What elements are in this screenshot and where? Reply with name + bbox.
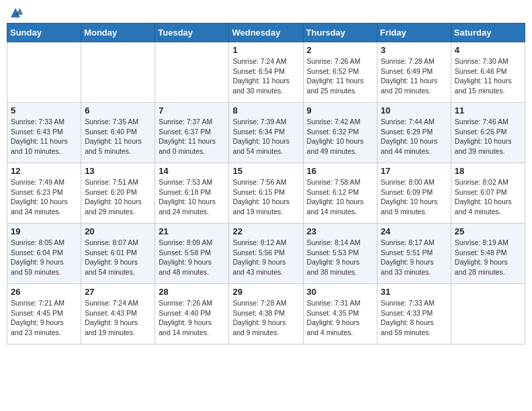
weekday-header-monday: Monday	[81, 24, 155, 42]
day-info: Sunrise: 7:49 AM Sunset: 6:23 PM Dayligh…	[11, 177, 77, 217]
calendar-cell: 25Sunrise: 8:19 AM Sunset: 5:48 PM Dayli…	[451, 224, 525, 284]
calendar-cell: 10Sunrise: 7:44 AM Sunset: 6:29 PM Dayli…	[377, 103, 451, 163]
day-info: Sunrise: 7:39 AM Sunset: 6:34 PM Dayligh…	[232, 117, 299, 156]
day-number: 23	[307, 226, 373, 236]
day-number: 17	[381, 166, 447, 176]
day-number: 6	[85, 105, 151, 116]
day-info: Sunrise: 8:00 AM Sunset: 6:09 PM Dayligh…	[381, 177, 447, 217]
calendar-cell: 1Sunrise: 7:24 AM Sunset: 6:54 PM Daylig…	[229, 42, 303, 103]
calendar-cell: 3Sunrise: 7:28 AM Sunset: 6:49 PM Daylig…	[377, 42, 451, 103]
day-info: Sunrise: 7:58 AM Sunset: 6:12 PM Dayligh…	[307, 177, 373, 217]
day-number: 21	[159, 226, 225, 236]
calendar-cell: 15Sunrise: 7:56 AM Sunset: 6:15 PM Dayli…	[229, 163, 303, 224]
calendar-week-4: 26Sunrise: 7:21 AM Sunset: 4:45 PM Dayli…	[7, 284, 525, 345]
weekday-header-wednesday: Wednesday	[229, 24, 303, 42]
day-info: Sunrise: 7:33 AM Sunset: 6:43 PM Dayligh…	[11, 117, 77, 156]
calendar-cell: 16Sunrise: 7:58 AM Sunset: 6:12 PM Dayli…	[303, 163, 377, 224]
calendar-cell: 13Sunrise: 7:51 AM Sunset: 6:20 PM Dayli…	[81, 163, 155, 224]
calendar-cell	[451, 284, 525, 345]
day-number: 29	[232, 287, 299, 297]
calendar-cell	[155, 42, 229, 103]
day-number: 8	[232, 105, 299, 116]
calendar-cell: 28Sunrise: 7:26 AM Sunset: 4:40 PM Dayli…	[155, 284, 229, 345]
weekday-header-saturday: Saturday	[451, 24, 525, 42]
day-info: Sunrise: 7:44 AM Sunset: 6:29 PM Dayligh…	[381, 117, 447, 156]
day-info: Sunrise: 8:07 AM Sunset: 6:01 PM Dayligh…	[85, 238, 151, 277]
day-number: 27	[85, 287, 151, 297]
day-info: Sunrise: 7:21 AM Sunset: 4:45 PM Dayligh…	[11, 298, 77, 338]
day-info: Sunrise: 7:26 AM Sunset: 6:52 PM Dayligh…	[307, 56, 373, 96]
calendar-cell: 23Sunrise: 8:14 AM Sunset: 5:53 PM Dayli…	[303, 224, 377, 284]
weekday-header-tuesday: Tuesday	[155, 24, 229, 42]
page-header	[7, 7, 525, 17]
day-info: Sunrise: 8:12 AM Sunset: 5:56 PM Dayligh…	[232, 238, 299, 277]
day-number: 31	[381, 287, 447, 297]
day-info: Sunrise: 8:09 AM Sunset: 5:58 PM Dayligh…	[159, 238, 225, 277]
calendar-cell: 18Sunrise: 8:02 AM Sunset: 6:07 PM Dayli…	[451, 163, 525, 224]
calendar-cell: 11Sunrise: 7:46 AM Sunset: 6:26 PM Dayli…	[451, 103, 525, 163]
day-number: 5	[11, 105, 77, 116]
day-info: Sunrise: 8:02 AM Sunset: 6:07 PM Dayligh…	[455, 177, 521, 217]
calendar-cell: 2Sunrise: 7:26 AM Sunset: 6:52 PM Daylig…	[303, 42, 377, 103]
weekday-header-friday: Friday	[377, 24, 451, 42]
calendar-week-0: 1Sunrise: 7:24 AM Sunset: 6:54 PM Daylig…	[7, 42, 525, 103]
calendar-week-3: 19Sunrise: 8:05 AM Sunset: 6:04 PM Dayli…	[7, 224, 525, 284]
day-number: 20	[85, 226, 151, 236]
calendar-cell: 20Sunrise: 8:07 AM Sunset: 6:01 PM Dayli…	[81, 224, 155, 284]
day-info: Sunrise: 7:37 AM Sunset: 6:37 PM Dayligh…	[159, 117, 225, 156]
day-info: Sunrise: 7:31 AM Sunset: 4:35 PM Dayligh…	[307, 298, 373, 338]
day-number: 16	[307, 166, 373, 176]
weekday-header-sunday: Sunday	[7, 24, 81, 42]
day-number: 14	[159, 166, 225, 176]
calendar-week-2: 12Sunrise: 7:49 AM Sunset: 6:23 PM Dayli…	[7, 163, 525, 224]
logo	[7, 7, 23, 17]
day-info: Sunrise: 7:26 AM Sunset: 4:40 PM Dayligh…	[159, 298, 225, 338]
calendar-cell: 30Sunrise: 7:31 AM Sunset: 4:35 PM Dayli…	[303, 284, 377, 345]
calendar-cell: 22Sunrise: 8:12 AM Sunset: 5:56 PM Dayli…	[229, 224, 303, 284]
day-number: 10	[381, 105, 447, 116]
day-number: 3	[381, 45, 447, 55]
day-number: 22	[232, 226, 299, 236]
day-info: Sunrise: 8:05 AM Sunset: 6:04 PM Dayligh…	[11, 238, 77, 277]
day-number: 13	[85, 166, 151, 176]
calendar-cell	[81, 42, 155, 103]
day-number: 12	[11, 166, 77, 176]
day-number: 28	[159, 287, 225, 297]
calendar-cell: 31Sunrise: 7:33 AM Sunset: 4:33 PM Dayli…	[377, 284, 451, 345]
day-info: Sunrise: 7:42 AM Sunset: 6:32 PM Dayligh…	[307, 117, 373, 156]
calendar-cell: 26Sunrise: 7:21 AM Sunset: 4:45 PM Dayli…	[7, 284, 81, 345]
calendar-cell: 7Sunrise: 7:37 AM Sunset: 6:37 PM Daylig…	[155, 103, 229, 163]
day-number: 24	[381, 226, 447, 236]
day-number: 7	[159, 105, 225, 116]
calendar-table: SundayMondayTuesdayWednesdayThursdayFrid…	[7, 23, 525, 345]
calendar-cell: 14Sunrise: 7:53 AM Sunset: 6:18 PM Dayli…	[155, 163, 229, 224]
weekday-header-thursday: Thursday	[303, 24, 377, 42]
day-info: Sunrise: 7:28 AM Sunset: 6:49 PM Dayligh…	[381, 56, 447, 96]
day-number: 9	[307, 105, 373, 116]
logo-icon	[8, 5, 23, 20]
day-number: 15	[232, 166, 299, 176]
day-info: Sunrise: 8:14 AM Sunset: 5:53 PM Dayligh…	[307, 238, 373, 277]
day-info: Sunrise: 8:17 AM Sunset: 5:51 PM Dayligh…	[381, 238, 447, 277]
calendar-cell: 21Sunrise: 8:09 AM Sunset: 5:58 PM Dayli…	[155, 224, 229, 284]
day-info: Sunrise: 7:24 AM Sunset: 6:54 PM Dayligh…	[232, 56, 299, 96]
day-number: 18	[455, 166, 521, 176]
calendar-cell: 5Sunrise: 7:33 AM Sunset: 6:43 PM Daylig…	[7, 103, 81, 163]
calendar-cell: 27Sunrise: 7:24 AM Sunset: 4:43 PM Dayli…	[81, 284, 155, 345]
day-number: 26	[11, 287, 77, 297]
calendar-cell	[7, 42, 81, 103]
day-number: 4	[455, 45, 521, 55]
day-info: Sunrise: 7:28 AM Sunset: 4:38 PM Dayligh…	[232, 298, 299, 338]
calendar-week-1: 5Sunrise: 7:33 AM Sunset: 6:43 PM Daylig…	[7, 103, 525, 163]
calendar-cell: 29Sunrise: 7:28 AM Sunset: 4:38 PM Dayli…	[229, 284, 303, 345]
calendar-cell: 6Sunrise: 7:35 AM Sunset: 6:40 PM Daylig…	[81, 103, 155, 163]
day-info: Sunrise: 7:30 AM Sunset: 6:46 PM Dayligh…	[455, 56, 521, 96]
day-number: 19	[11, 226, 77, 236]
calendar-cell: 8Sunrise: 7:39 AM Sunset: 6:34 PM Daylig…	[229, 103, 303, 163]
day-info: Sunrise: 8:19 AM Sunset: 5:48 PM Dayligh…	[455, 238, 521, 277]
day-info: Sunrise: 7:51 AM Sunset: 6:20 PM Dayligh…	[85, 177, 151, 217]
day-number: 25	[455, 226, 521, 236]
calendar-cell: 24Sunrise: 8:17 AM Sunset: 5:51 PM Dayli…	[377, 224, 451, 284]
calendar-cell: 19Sunrise: 8:05 AM Sunset: 6:04 PM Dayli…	[7, 224, 81, 284]
calendar-cell: 17Sunrise: 8:00 AM Sunset: 6:09 PM Dayli…	[377, 163, 451, 224]
